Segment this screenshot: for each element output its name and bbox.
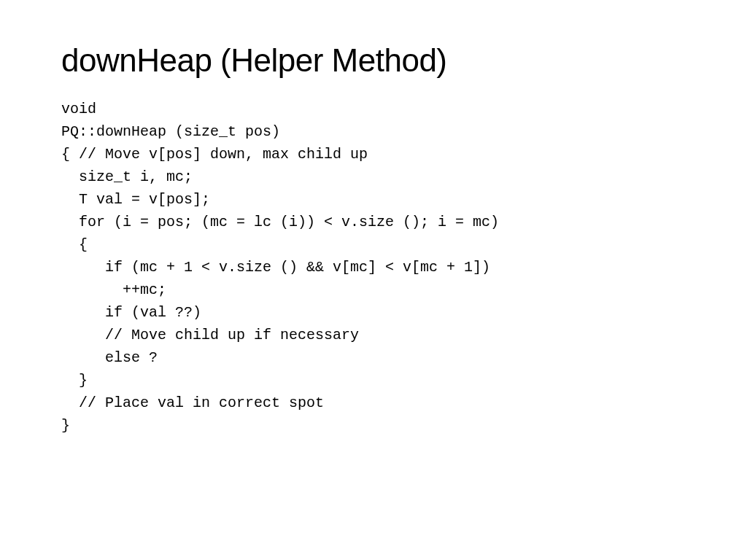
slide-title: downHeap (Helper Method)	[61, 42, 686, 79]
code-block: void PQ::downHeap (size_t pos) { // Move…	[61, 98, 686, 437]
